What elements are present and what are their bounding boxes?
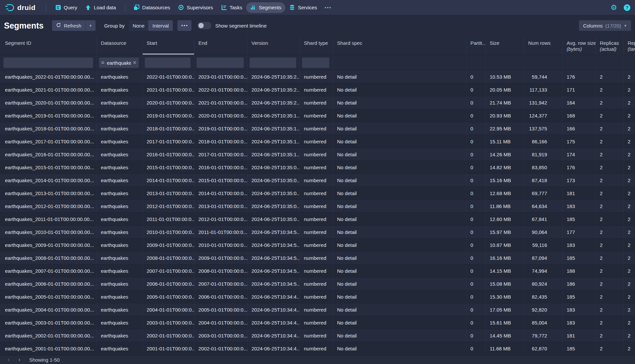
cell-segment-id[interactable]: earthquakes_2022-01-01T00:00:00.00...: [0, 70, 97, 83]
sort-indicator: [143, 53, 194, 55]
table-row[interactable]: earthquakes_2017-01-01T00:00:00.00... ea…: [0, 135, 635, 148]
table-row[interactable]: earthquakes_2021-01-01T00:00:00.00... ea…: [0, 83, 635, 96]
table-row[interactable]: earthquakes_2012-01-01T00:00:00.00... ea…: [0, 200, 635, 213]
nav-item-datasources[interactable]: Datasources: [130, 2, 174, 13]
cell-num-rows: 86,166: [524, 135, 563, 148]
cell-num-rows: 82,435: [524, 290, 563, 303]
table-row[interactable]: earthquakes_2019-01-01T00:00:00.00... ea…: [0, 109, 635, 122]
filter-segment-id[interactable]: [3, 57, 93, 68]
header-partition[interactable]: Partit...: [466, 36, 486, 55]
table-row[interactable]: earthquakes_2003-01-01T00:00:00.00... ea…: [0, 316, 635, 329]
table-row[interactable]: earthquakes_2007-01-01T00:00:00.00... ea…: [0, 264, 635, 277]
nav-item-supervisors[interactable]: Supervisors: [174, 2, 217, 13]
table-row[interactable]: earthquakes_2022-01-01T00:00:00.00... ea…: [0, 70, 635, 83]
help-icon[interactable]: ?: [624, 4, 630, 11]
filter-version[interactable]: [249, 57, 296, 68]
nav-item-tasks[interactable]: Tasks: [217, 2, 246, 13]
table-row[interactable]: earthquakes_2001-01-01T00:00:00.00... ea…: [0, 342, 635, 355]
table-row[interactable]: earthquakes_2008-01-01T00:00:00.00... ea…: [0, 252, 635, 264]
cell-avg-row-size: 176: [563, 161, 596, 174]
cell-segment-id[interactable]: earthquakes_2018-01-01T00:00:00.00...: [0, 122, 97, 135]
cell-segment-id[interactable]: earthquakes_2014-01-01T00:00:00.00...: [0, 174, 97, 186]
table-row[interactable]: earthquakes_2010-01-01T00:00:00.00... ea…: [0, 226, 635, 239]
cell-partition: 0: [466, 226, 486, 238]
cell-end: 2020-01-01T00:00:0...: [194, 109, 247, 122]
table-row[interactable]: earthquakes_2013-01-01T00:00:00.00... ea…: [0, 187, 635, 200]
refresh-button[interactable]: Refresh: [52, 20, 85, 31]
table-row[interactable]: earthquakes_2004-01-01T00:00:00.00... ea…: [0, 303, 635, 316]
cell-segment-id[interactable]: earthquakes_2005-01-01T00:00:00.00...: [0, 290, 97, 303]
table-row[interactable]: earthquakes_2016-01-01T00:00:00.00... ea…: [0, 148, 635, 161]
columns-button[interactable]: Columns (17/20) ▼: [579, 20, 631, 31]
header-replication-factor[interactable]: Replication factor(target): [624, 36, 635, 55]
table-body: earthquakes_2022-01-01T00:00:00.00... ea…: [0, 70, 635, 355]
header-replicas[interactable]: Replicas(actual): [596, 36, 624, 55]
table-row[interactable]: earthquakes_2006-01-01T00:00:00.00... ea…: [0, 277, 635, 290]
filter-shard-type[interactable]: [302, 57, 329, 68]
filter-end[interactable]: [196, 57, 244, 68]
table-row[interactable]: earthquakes_2011-01-01T00:00:00.00... ea…: [0, 213, 635, 226]
cell-segment-id[interactable]: earthquakes_2011-01-01T00:00:00.00...: [0, 213, 97, 225]
nav-item-query[interactable]: Query: [51, 2, 81, 13]
cell-segment-id[interactable]: earthquakes_2021-01-01T00:00:00.00...: [0, 83, 97, 96]
refresh-interval-dropdown[interactable]: ▼: [85, 20, 96, 31]
druid-logo[interactable]: druid: [5, 3, 35, 12]
header-start[interactable]: Start: [143, 36, 194, 55]
cell-segment-id[interactable]: earthquakes_2001-01-01T00:00:00.00...: [0, 342, 97, 355]
nav-item-load-data[interactable]: Load data: [81, 2, 120, 13]
header-size[interactable]: Size: [486, 36, 524, 55]
cell-shard-type: numbered: [300, 303, 333, 316]
cell-num-rows: 69,777: [524, 187, 563, 199]
cell-segment-id[interactable]: earthquakes_2008-01-01T00:00:00.00...: [0, 252, 97, 264]
header-datasource[interactable]: Datasource: [97, 36, 143, 55]
cell-segment-id[interactable]: earthquakes_2006-01-01T00:00:00.00...: [0, 277, 97, 290]
cell-segment-id[interactable]: earthquakes_2007-01-01T00:00:00.00...: [0, 264, 97, 277]
next-page-button[interactable]: ›: [14, 356, 25, 363]
prev-page-button[interactable]: ‹: [3, 356, 14, 363]
header-version[interactable]: Version: [247, 36, 300, 55]
table-row[interactable]: earthquakes_2015-01-01T00:00:00.00... ea…: [0, 161, 635, 174]
filter-datasource[interactable]: = earthquakes ✕: [99, 57, 139, 68]
header-avg-row-size[interactable]: Avg. row size(bytes): [563, 36, 596, 55]
table-row[interactable]: earthquakes_2009-01-01T00:00:00.00... ea…: [0, 239, 635, 252]
nav-more-button[interactable]: [321, 5, 335, 11]
toolbar-more-button[interactable]: [177, 20, 191, 31]
cell-segment-id[interactable]: earthquakes_2017-01-01T00:00:00.00...: [0, 135, 97, 148]
header-end[interactable]: End: [194, 36, 247, 55]
nav-divider: [125, 4, 125, 11]
cell-segment-id[interactable]: earthquakes_2002-01-01T00:00:00.00...: [0, 329, 97, 342]
header-shard-spec[interactable]: Shard spec: [333, 36, 466, 55]
header-segment-id[interactable]: Segment ID: [0, 36, 97, 55]
cell-partition: 0: [466, 187, 486, 199]
header-num-rows[interactable]: Num rows: [524, 36, 563, 55]
table-row[interactable]: earthquakes_2020-01-01T00:00:00.00... ea…: [0, 96, 635, 109]
timeline-toggle[interactable]: [197, 22, 211, 29]
table-row[interactable]: earthquakes_2014-01-01T00:00:00.00... ea…: [0, 174, 635, 187]
cell-start: 2016-01-01T00:00:0...: [143, 148, 194, 161]
cell-segment-id[interactable]: earthquakes_2003-01-01T00:00:00.00...: [0, 316, 97, 329]
group-by-none-button[interactable]: None: [129, 20, 149, 31]
cell-segment-id[interactable]: earthquakes_2012-01-01T00:00:00.00...: [0, 200, 97, 212]
table-row[interactable]: earthquakes_2018-01-01T00:00:00.00... ea…: [0, 122, 635, 135]
table-row[interactable]: earthquakes_2002-01-01T00:00:00.00... ea…: [0, 329, 635, 342]
nav-item-label: Segments: [259, 5, 281, 10]
cell-segment-id[interactable]: earthquakes_2013-01-01T00:00:00.00...: [0, 187, 97, 199]
nav-item-segments[interactable]: Segments: [246, 2, 285, 13]
cell-replication-factor: 2: [624, 135, 635, 148]
group-by-interval-button[interactable]: Interval: [148, 20, 173, 31]
cell-version: 2024-06-25T10:35:1...: [247, 109, 300, 122]
filter-start[interactable]: [145, 57, 191, 68]
cell-replicas: 2: [596, 329, 624, 342]
cell-segment-id[interactable]: earthquakes_2004-01-01T00:00:00.00...: [0, 303, 97, 316]
cell-segment-id[interactable]: earthquakes_2015-01-01T00:00:00.00...: [0, 161, 97, 174]
cell-segment-id[interactable]: earthquakes_2020-01-01T00:00:00.00...: [0, 96, 97, 109]
settings-gear-icon[interactable]: ⚙: [610, 5, 617, 11]
table-row[interactable]: earthquakes_2005-01-01T00:00:00.00... ea…: [0, 290, 635, 303]
cell-segment-id[interactable]: earthquakes_2016-01-01T00:00:00.00...: [0, 148, 97, 161]
cell-segment-id[interactable]: earthquakes_2019-01-01T00:00:00.00...: [0, 109, 97, 122]
filter-clear-icon[interactable]: ✕: [132, 60, 137, 66]
nav-item-services[interactable]: Services: [285, 2, 321, 13]
header-shard-type[interactable]: Shard type: [300, 36, 333, 55]
cell-segment-id[interactable]: earthquakes_2010-01-01T00:00:00.00...: [0, 226, 97, 238]
cell-segment-id[interactable]: earthquakes_2009-01-01T00:00:00.00...: [0, 239, 97, 251]
